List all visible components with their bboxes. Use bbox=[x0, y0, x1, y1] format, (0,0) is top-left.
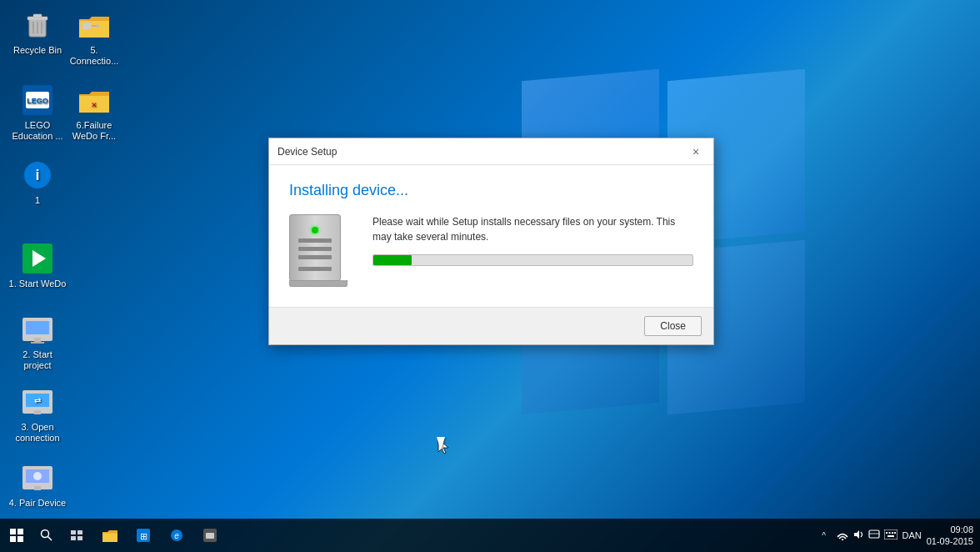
svg-rect-29 bbox=[10, 529, 16, 534]
store-icon: ⊞ bbox=[137, 529, 150, 542]
clock-time: 09:08 bbox=[927, 524, 973, 535]
tower-slot-1 bbox=[298, 238, 332, 243]
svg-rect-2 bbox=[33, 14, 42, 18]
tower-slot-2 bbox=[298, 247, 332, 251]
start-wedo-icon bbox=[21, 242, 54, 275]
modal-overlay: Device Setup × Installing device... bbox=[0, 0, 980, 517]
pinned-app-icon bbox=[203, 529, 217, 542]
svg-rect-31 bbox=[10, 536, 16, 542]
desktop-icon-failure[interactable]: ✕ 6.FailureWeDo Fr... bbox=[65, 83, 123, 142]
desktop-icon-open-connection[interactable]: ⇄ 3. Openconnection bbox=[8, 385, 67, 444]
volume-icon[interactable] bbox=[852, 529, 864, 543]
svg-text:LEGO: LEGO bbox=[27, 97, 48, 105]
svg-rect-46 bbox=[869, 530, 879, 538]
svg-rect-35 bbox=[71, 530, 76, 534]
info1-label: 1 bbox=[8, 195, 67, 206]
desktop: Recycle Bin 5.Connectio... LEGO LEGOEduc… bbox=[0, 0, 980, 552]
dialog-close-button[interactable]: × bbox=[687, 143, 705, 161]
dialog-footer: Close bbox=[269, 307, 713, 344]
svg-rect-48 bbox=[884, 529, 898, 539]
store-button[interactable]: ⊞ bbox=[127, 519, 160, 552]
desktop-icon-start-wedo[interactable]: 1. Start WeDo bbox=[8, 242, 67, 289]
search-button[interactable] bbox=[33, 519, 60, 552]
svg-point-45 bbox=[842, 539, 843, 540]
start-project-label: 2. Startproject bbox=[8, 349, 67, 371]
dialog-heading: Installing device... bbox=[289, 182, 693, 199]
svg-rect-53 bbox=[888, 535, 894, 537]
svg-point-8 bbox=[96, 24, 99, 28]
system-tray-expand[interactable]: ^ bbox=[815, 519, 832, 552]
desktop-icon-recycle-bin[interactable]: Recycle Bin bbox=[8, 8, 67, 56]
clock-date: 01-09-2015 bbox=[927, 535, 973, 547]
lego-app-icon: LEGO bbox=[21, 83, 54, 117]
desktop-icon-start-project[interactable]: 2. Startproject bbox=[8, 313, 67, 371]
edge-icon: e bbox=[170, 529, 183, 542]
svg-point-27 bbox=[33, 472, 42, 480]
start-icon bbox=[10, 529, 23, 542]
progress-bar-fill bbox=[373, 255, 412, 265]
svg-rect-50 bbox=[889, 532, 891, 534]
open-connection-icon: ⇄ bbox=[21, 385, 54, 419]
connection-folder-icon bbox=[78, 8, 111, 42]
search-icon bbox=[40, 529, 53, 542]
keyboard-icon[interactable] bbox=[884, 529, 898, 542]
file-explorer-button[interactable] bbox=[93, 519, 127, 552]
svg-rect-37 bbox=[71, 536, 76, 540]
failure-label: 6.FailureWeDo Fr... bbox=[65, 120, 123, 142]
task-view-icon bbox=[70, 529, 83, 542]
desktop-icon-info1[interactable]: i 1 bbox=[8, 158, 67, 206]
edge-button[interactable]: e bbox=[160, 519, 193, 552]
tower-body bbox=[289, 214, 341, 281]
svg-rect-32 bbox=[18, 536, 23, 542]
start-wedo-label: 1. Start WeDo bbox=[8, 279, 67, 289]
dialog-body-text: Please wait while Setup installs necessa… bbox=[372, 214, 693, 266]
lego-label: LEGOEducation ... bbox=[8, 120, 67, 142]
svg-rect-24 bbox=[34, 410, 41, 414]
svg-text:i: i bbox=[35, 167, 39, 183]
start-project-icon bbox=[21, 313, 54, 346]
notification-icon[interactable] bbox=[868, 529, 880, 543]
progress-bar-background bbox=[372, 254, 693, 266]
svg-text:e: e bbox=[174, 531, 179, 540]
device-image bbox=[289, 214, 358, 294]
task-view-button[interactable] bbox=[60, 519, 93, 552]
network-icon[interactable] bbox=[837, 529, 848, 543]
dialog-body: Installing device... bbox=[269, 165, 713, 307]
language-label[interactable]: DAN bbox=[902, 530, 921, 540]
failure-folder-icon: ✕ bbox=[78, 83, 111, 117]
expand-icon: ^ bbox=[822, 531, 826, 540]
recycle-bin-icon bbox=[21, 8, 54, 42]
svg-point-33 bbox=[42, 530, 49, 538]
info1-icon: i bbox=[21, 158, 54, 192]
taskbar-clock[interactable]: 09:08 01-09-2015 bbox=[927, 524, 973, 548]
pair-device-icon bbox=[21, 461, 54, 494]
desktop-icon-lego[interactable]: LEGO LEGOEducation ... bbox=[8, 83, 67, 142]
svg-text:✕: ✕ bbox=[91, 101, 98, 109]
dialog-footer-close-button[interactable]: Close bbox=[644, 316, 702, 336]
pair-device-label: 4. Pair Device bbox=[8, 498, 67, 509]
svg-text:⊞: ⊞ bbox=[140, 531, 148, 541]
dialog-description: Please wait while Setup installs necessa… bbox=[372, 216, 675, 243]
svg-rect-49 bbox=[886, 532, 888, 534]
file-explorer-icon bbox=[102, 529, 118, 542]
recycle-bin-label: Recycle Bin bbox=[8, 45, 67, 56]
tower-slot-3 bbox=[298, 255, 332, 259]
pinned-app-button[interactable] bbox=[193, 519, 227, 552]
dialog-titlebar: Device Setup × bbox=[269, 138, 713, 165]
desktop-icon-pair-device[interactable]: 4. Pair Device bbox=[8, 461, 67, 509]
svg-rect-44 bbox=[206, 533, 214, 539]
svg-rect-36 bbox=[78, 530, 82, 534]
svg-line-34 bbox=[48, 537, 52, 541]
svg-rect-52 bbox=[894, 532, 896, 534]
svg-rect-30 bbox=[18, 529, 23, 534]
mouse-cursor bbox=[437, 437, 447, 454]
start-button[interactable] bbox=[0, 519, 33, 552]
svg-rect-19 bbox=[34, 338, 41, 342]
open-connection-label: 3. Openconnection bbox=[8, 422, 67, 444]
device-setup-dialog[interactable]: Device Setup × Installing device... bbox=[268, 138, 714, 345]
desktop-icon-connection[interactable]: 5.Connectio... bbox=[65, 8, 123, 67]
taskbar-system-icons: DAN bbox=[837, 529, 921, 543]
taskbar-right: ^ bbox=[815, 519, 980, 552]
svg-rect-38 bbox=[78, 536, 82, 540]
svg-rect-51 bbox=[892, 532, 893, 534]
